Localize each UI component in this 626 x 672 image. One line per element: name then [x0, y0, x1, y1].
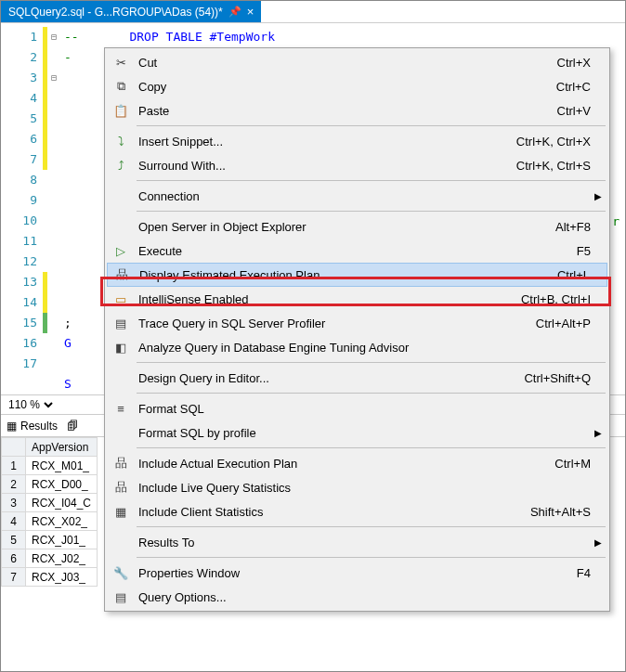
options-icon: ▤ — [107, 590, 135, 604]
menu-trace[interactable]: ▤ Trace Query in SQL Server Profiler Ctr… — [107, 311, 607, 335]
pin-icon[interactable]: 📌 — [228, 6, 241, 18]
format-icon: ≡ — [107, 402, 135, 416]
menu-analyze[interactable]: ◧ Analyze Query in Database Engine Tunin… — [107, 335, 607, 359]
results-tab[interactable]: ▦ Results — [7, 420, 58, 433]
table-row[interactable]: 7RCX_J03_ — [2, 568, 98, 587]
messages-icon: 🗐 — [67, 420, 78, 433]
menu-display-plan[interactable]: 品 Display Estimated Execution Plan Ctrl+… — [107, 263, 607, 287]
cut-icon: ✂ — [107, 56, 135, 70]
table-row[interactable]: 3RCX_I04_C — [2, 494, 98, 512]
chevron-right-icon: ▶ — [594, 428, 607, 438]
context-menu: ✂ Cut Ctrl+X ⧉ Copy Ctrl+C 📋 Paste Ctrl+… — [104, 47, 610, 612]
fold-column[interactable]: ⊟⊟ — [47, 23, 60, 394]
menu-include-client[interactable]: ▦ Include Client Statistics Shift+Alt+S — [107, 499, 607, 523]
code-fragment: r — [612, 214, 619, 228]
zoom-select[interactable]: 110 % — [5, 397, 56, 412]
menu-intellisense[interactable]: ▭ IntelliSense Enabled Ctrl+B, Ctrl+I — [107, 287, 607, 311]
menu-design[interactable]: Design Query in Editor... Ctrl+Shift+Q — [107, 366, 607, 390]
messages-tab[interactable]: 🗐 — [67, 420, 78, 433]
menu-query-options[interactable]: ▤ Query Options... — [107, 585, 607, 609]
grid-icon: ▦ — [7, 420, 17, 433]
plan-icon: 品 — [108, 266, 136, 283]
table-row[interactable]: 6RCX_J02_ — [2, 549, 98, 568]
table-row[interactable]: 5RCX_J01_ — [2, 531, 98, 549]
menu-cut[interactable]: ✂ Cut Ctrl+X — [107, 50, 607, 74]
tab-bar: SQLQuery2.sql - G...RGROUP\ADas (54))* 📌… — [1, 1, 625, 23]
menu-copy[interactable]: ⧉ Copy Ctrl+C — [107, 74, 607, 98]
execute-icon: ▷ — [107, 244, 135, 258]
menu-format-sql[interactable]: ≡ Format SQL — [107, 396, 607, 420]
intellisense-icon: ▭ — [107, 292, 135, 306]
client-stats-icon: ▦ — [107, 505, 135, 519]
chevron-right-icon: ▶ — [594, 191, 607, 201]
menu-include-live[interactable]: 品 Include Live Query Statistics — [107, 475, 607, 499]
menu-insert-snippet[interactable]: ⤵ Insert Snippet... Ctrl+K, Ctrl+X — [107, 129, 607, 153]
table-row[interactable]: 1RCX_M01_ — [2, 457, 98, 475]
menu-connection[interactable]: Connection ▶ — [107, 184, 607, 208]
copy-icon: ⧉ — [107, 79, 135, 94]
menu-open-server[interactable]: Open Server in Object Explorer Alt+F8 — [107, 214, 607, 239]
menu-include-actual[interactable]: 品 Include Actual Execution Plan Ctrl+M — [107, 451, 607, 475]
chevron-right-icon: ▶ — [594, 537, 607, 548]
tuning-icon: ◧ — [107, 341, 135, 355]
live-stats-icon: 品 — [107, 479, 135, 496]
menu-execute[interactable]: ▷ Execute F5 — [107, 239, 607, 263]
table-row[interactable]: 4RCX_X02_ — [2, 512, 98, 531]
menu-paste[interactable]: 📋 Paste Ctrl+V — [107, 98, 607, 123]
wrench-icon: 🔧 — [107, 566, 135, 580]
snippet-icon: ⤵ — [107, 135, 135, 149]
surround-icon: ⤴ — [107, 159, 135, 173]
paste-icon: 📋 — [107, 104, 135, 118]
line-gutter: 123 456 789 101112 131415 1617 — [1, 23, 43, 394]
menu-format-profile[interactable]: Format SQL by profile ▶ — [107, 420, 607, 445]
tab-title: SQLQuery2.sql - G...RGROUP\ADas (54))* — [8, 6, 223, 19]
table-row[interactable]: 2RCX_D00_ — [2, 475, 98, 494]
menu-surround-with[interactable]: ⤴ Surround With... Ctrl+K, Ctrl+S — [107, 153, 607, 177]
actual-plan-icon: 品 — [107, 455, 135, 472]
results-grid[interactable]: AppVersion 1RCX_M01_ 2RCX_D00_ 3RCX_I04_… — [1, 437, 98, 587]
menu-properties[interactable]: 🔧 Properties Window F4 — [107, 561, 607, 585]
profiler-icon: ▤ — [107, 317, 135, 330]
menu-results-to[interactable]: Results To ▶ — [107, 530, 607, 554]
close-icon[interactable]: × — [247, 5, 254, 19]
document-tab[interactable]: SQLQuery2.sql - G...RGROUP\ADas (54))* 📌… — [1, 1, 261, 22]
table-header-row: AppVersion — [2, 438, 98, 457]
